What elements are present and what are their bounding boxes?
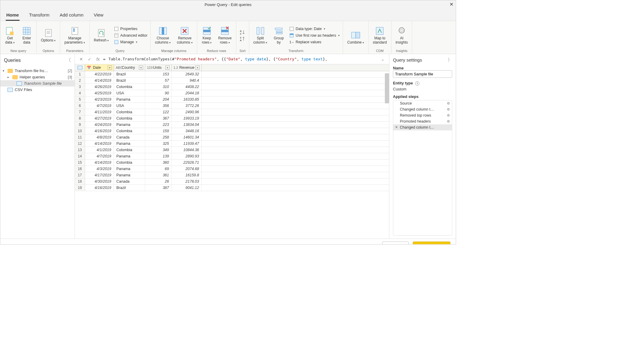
cell[interactable]: 367 <box>145 115 172 121</box>
keep-rows-button[interactable]: Keeprows <box>200 25 214 46</box>
formula-text[interactable]: =Table.TransformColumnTypes(#"Promoted h… <box>103 57 378 61</box>
cell[interactable]: 325 <box>145 141 172 147</box>
first-row-headers-button[interactable]: Use first row as headers <box>288 32 340 38</box>
cell[interactable]: 258 <box>145 134 172 140</box>
row-number[interactable]: 15 <box>75 160 85 166</box>
cell[interactable]: Colombia <box>114 84 145 90</box>
cell[interactable]: 4/30/2019 <box>85 178 114 184</box>
cell[interactable]: Colombia <box>114 115 145 121</box>
table-row[interactable]: 154/14/2019Colombia36022928.71 <box>75 160 389 166</box>
cell[interactable]: 16330.85 <box>172 96 202 102</box>
cell[interactable]: 16159.8 <box>172 172 202 178</box>
row-number[interactable]: 16 <box>75 166 85 172</box>
cell[interactable]: 4/11/2019 <box>85 109 114 115</box>
expand-settings-icon[interactable]: 〉 <box>448 57 452 63</box>
table-row[interactable]: 54/23/2019Panama20416330.85 <box>75 96 389 103</box>
table-row[interactable]: 174/17/2019Panama36116159.8 <box>75 172 389 178</box>
cell[interactable]: 57 <box>145 78 172 84</box>
map-to-standard-button[interactable]: Map tostandard <box>371 25 389 46</box>
cell[interactable]: 122 <box>145 109 172 115</box>
cell[interactable]: 223 <box>145 122 172 128</box>
cell[interactable]: 4/17/2019 <box>85 172 114 178</box>
cell[interactable]: Panama <box>114 153 145 159</box>
type-icon[interactable]: 123 <box>147 66 152 69</box>
cell[interactable]: 4/27/2019 <box>85 115 114 121</box>
cell[interactable]: 2178.03 <box>172 178 202 184</box>
cell[interactable]: 26 <box>145 178 172 184</box>
cell[interactable]: 4408.22 <box>172 84 202 90</box>
cell[interactable]: 11939.47 <box>172 141 202 147</box>
cell[interactable]: Panama <box>114 172 145 178</box>
close-button[interactable]: ✕ <box>449 2 453 7</box>
cell[interactable]: USA <box>114 103 145 109</box>
table-row[interactable]: 94/24/2019Panama22313834.04 <box>75 122 389 128</box>
query-item[interactable]: ▾Transform file fro…[2] <box>0 68 75 74</box>
table-row[interactable]: 84/27/2019Colombia36719933.19 <box>75 115 389 122</box>
table-row[interactable]: 124/14/2019Panama32511939.47 <box>75 141 389 147</box>
row-number[interactable]: 8 <box>75 115 85 121</box>
filter-dropdown-icon[interactable]: ▾ <box>195 65 200 70</box>
type-icon[interactable]: 📅 <box>87 66 92 70</box>
cell[interactable]: Canada <box>114 178 145 184</box>
cell[interactable]: 4/14/2019 <box>85 141 114 147</box>
cell[interactable]: 204 <box>145 96 172 102</box>
advanced-editor-button[interactable]: Advanced editor <box>113 32 148 38</box>
gear-icon[interactable]: ⚙ <box>447 119 450 123</box>
column-header-revenue[interactable]: 1.2Revenue▾ <box>172 64 202 71</box>
split-column-button[interactable]: Splitcolumn <box>252 25 269 46</box>
group-by-button[interactable]: Groupby <box>271 25 286 46</box>
table-row[interactable]: 144/7/2019Panama1392890.93 <box>75 153 389 160</box>
applied-step[interactable]: Promoted headers⚙ <box>393 118 452 124</box>
cell[interactable]: 9041.12 <box>172 185 202 191</box>
cell[interactable]: 22928.71 <box>172 160 202 166</box>
row-number[interactable]: 19 <box>75 185 85 191</box>
row-number[interactable]: 3 <box>75 84 85 90</box>
row-number[interactable]: 14 <box>75 153 85 159</box>
cell[interactable]: 349 <box>145 147 172 153</box>
scrollbar-thumb[interactable] <box>385 73 389 103</box>
cell[interactable]: Colombia <box>114 160 145 166</box>
cell[interactable]: 3772.26 <box>172 103 202 109</box>
table-row[interactable]: 194/16/2019Brazil3879041.12 <box>75 185 389 191</box>
formula-cancel-icon[interactable]: ✕ <box>78 56 84 62</box>
table-row[interactable]: 184/30/2019Canada262178.03 <box>75 178 389 185</box>
tab-add-column[interactable]: Add column <box>59 11 84 21</box>
cell[interactable]: 4/3/2019 <box>85 166 114 172</box>
select-all-corner[interactable] <box>75 64 85 71</box>
cell[interactable]: Brazil <box>114 78 145 84</box>
table-row[interactable]: 164/3/2019Panama692074.68 <box>75 166 389 172</box>
filter-dropdown-icon[interactable]: ▾ <box>139 65 143 70</box>
applied-step[interactable]: Source⚙ <box>393 100 452 106</box>
tab-view[interactable]: View <box>93 11 104 21</box>
cell[interactable]: Panama <box>114 96 145 102</box>
cell[interactable]: 2490.96 <box>172 109 202 115</box>
gear-icon[interactable]: ⚙ <box>447 101 450 105</box>
combine-button[interactable]: Combine <box>345 29 366 46</box>
formula-expand-icon[interactable]: ⌄ <box>379 56 386 62</box>
cell[interactable]: 19933.19 <box>172 115 202 121</box>
cell[interactable]: 4/23/2019 <box>85 96 114 102</box>
applied-step[interactable]: ✕Changed column t… <box>393 124 452 130</box>
cell[interactable]: Brazil <box>114 185 145 191</box>
cell[interactable]: 940.4 <box>172 78 202 84</box>
remove-rows-button[interactable]: Removerows <box>216 25 234 46</box>
cell[interactable]: 69 <box>145 166 172 172</box>
tab-transform[interactable]: Transform <box>29 11 50 21</box>
row-number[interactable]: 1 <box>75 71 85 77</box>
cell[interactable]: Brazil <box>114 71 145 77</box>
row-number[interactable]: 2 <box>75 78 85 84</box>
type-icon[interactable]: ABC <box>116 66 121 69</box>
row-number[interactable]: 9 <box>75 122 85 128</box>
row-number[interactable]: 5 <box>75 96 85 102</box>
save-close-button[interactable]: Save & close <box>413 242 450 245</box>
sort-asc-button[interactable]: AZ <box>239 29 247 35</box>
cell[interactable]: Panama <box>114 166 145 172</box>
query-item[interactable]: Transform Sample file <box>0 80 75 87</box>
data-grid[interactable]: 📅Date▾ABCCountry▾123Units▾1.2Revenue▾14/… <box>75 64 389 239</box>
cell[interactable]: 387 <box>145 185 172 191</box>
filter-dropdown-icon[interactable]: ▾ <box>165 65 170 70</box>
cell[interactable]: 310 <box>145 84 172 90</box>
cell[interactable]: 13834.04 <box>172 122 202 128</box>
table-row[interactable]: 44/25/2019USA902044.18 <box>75 90 389 96</box>
filter-dropdown-icon[interactable]: ▾ <box>108 65 112 70</box>
